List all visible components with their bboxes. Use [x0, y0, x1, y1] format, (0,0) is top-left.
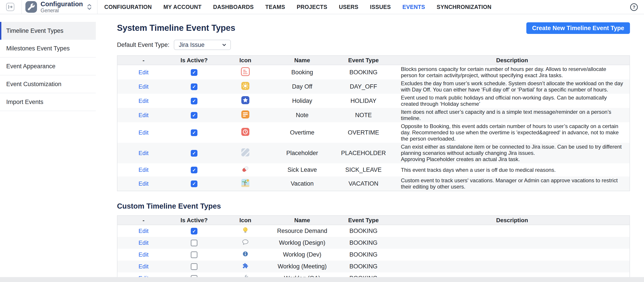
edit-link[interactable]: Edit — [138, 239, 149, 246]
edit-link[interactable]: Edit — [138, 112, 149, 118]
topbar-divider — [22, 0, 22, 14]
event-description — [395, 237, 630, 249]
event-type-code: PLACEHOLDER — [332, 143, 395, 163]
event-name: Booking — [272, 65, 332, 79]
svg-text:?: ? — [633, 5, 635, 10]
column-header-is-active: Is Active? — [170, 215, 218, 225]
event-name: Worklog (Design) — [272, 237, 332, 249]
event-name: Sick Leave — [272, 163, 332, 176]
table-row: EditHolidayHOLIDAYEvent used to mark pub… — [117, 94, 630, 108]
is-active-checkbox[interactable] — [191, 251, 198, 258]
holiday-icon — [240, 95, 250, 105]
nav-item-users[interactable]: USERS — [339, 4, 358, 10]
event-name: Worklog (Dev) — [272, 249, 332, 260]
event-type-code: OVERTIME — [332, 122, 395, 143]
event-type-code: BOOKING — [332, 237, 395, 249]
sidebar: Timeline Event TypesMilestones Event Typ… — [0, 14, 96, 277]
top-navigation-bar: Configuration General CONFIGURATIONMY AC… — [0, 0, 644, 14]
event-type-code: VACATION — [332, 176, 395, 191]
edit-link[interactable]: Edit — [138, 150, 149, 156]
edit-link[interactable]: Edit — [138, 251, 149, 258]
event-description: Blocks persons capacity for certain numb… — [395, 65, 630, 79]
create-new-timeline-event-type-button[interactable]: Create New Timeline Event Type — [526, 22, 630, 34]
nav-item-teams[interactable]: TEAMS — [265, 4, 285, 10]
sidebar-item-event-appearance[interactable]: Event Appearance — [0, 58, 96, 75]
sidebar-item-import-events[interactable]: Import Events — [0, 93, 96, 111]
is-active-checkbox[interactable] — [191, 228, 198, 234]
event-name: Resource Demand — [272, 225, 332, 237]
help-icon[interactable]: ? — [630, 3, 638, 11]
is-active-checkbox[interactable] — [191, 129, 198, 136]
app-subtitle: General — [40, 8, 83, 13]
edit-link[interactable]: Edit — [138, 69, 149, 76]
event-type-code: SICK_LEAVE — [332, 163, 395, 176]
edit-link[interactable]: Edit — [138, 83, 149, 90]
sidebar-item-timeline-event-types[interactable]: Timeline Event Types — [0, 22, 96, 40]
nav-item-issues[interactable]: ISSUES — [370, 4, 391, 10]
is-active-checkbox[interactable] — [191, 150, 198, 157]
edit-link[interactable]: Edit — [138, 129, 149, 136]
sidebar-item-milestones-event-types[interactable]: Milestones Event Types — [0, 40, 96, 58]
nav-item-events[interactable]: EVENTS — [402, 4, 425, 10]
column-header-dash: - — [117, 56, 170, 65]
puzzle-icon — [241, 262, 249, 270]
is-active-checkbox[interactable] — [191, 180, 198, 187]
column-header-name: Name — [272, 215, 332, 225]
table-row: EditWorklog (Design)BOOKING — [117, 237, 630, 249]
column-header-icon: Icon — [218, 56, 272, 65]
main-content: System Timeline Event Types Create New T… — [96, 14, 644, 277]
collapse-sidebar-icon[interactable] — [6, 3, 15, 11]
table-row: EditVacationVACATIONCustom event to trac… — [117, 176, 630, 191]
event-type-code: BOOKING — [332, 260, 395, 272]
event-type-code: HOLIDAY — [332, 94, 395, 108]
table-row: EditWorklog (Dev)BOOKING — [117, 249, 630, 260]
edit-link[interactable]: Edit — [138, 227, 149, 234]
is-active-checkbox[interactable] — [191, 112, 198, 119]
nav-item-my-account[interactable]: MY ACCOUNT — [163, 4, 202, 10]
event-description: Event used to mark public holidays and o… — [395, 94, 630, 108]
edit-link[interactable]: Edit — [138, 263, 149, 270]
default-event-type-select[interactable]: Jira Issue — [174, 40, 231, 50]
event-name: Overtime — [272, 122, 332, 143]
sidebar-item-event-customization[interactable]: Event Customization — [0, 75, 96, 93]
column-header-event-type: Event Type — [332, 56, 395, 65]
nav-item-projects[interactable]: PROJECTS — [296, 4, 327, 10]
edit-link[interactable]: Edit — [138, 98, 149, 104]
app-switcher[interactable]: Configuration General — [26, 1, 92, 13]
table-row: EditOvertimeOVERTIMEOpposite to Booking,… — [117, 122, 630, 143]
nav-item-configuration[interactable]: CONFIGURATION — [104, 4, 152, 10]
day-off-icon — [240, 81, 250, 91]
select-value: Jira Issue — [179, 42, 204, 48]
nav-item-synchronization[interactable]: SYNCHRONIZATION — [437, 4, 492, 10]
event-type-code: NOTE — [332, 108, 395, 122]
event-type-code: DAY_OFF — [332, 79, 395, 94]
edit-link[interactable]: Edit — [138, 180, 149, 187]
column-header-event-type: Event Type — [332, 215, 395, 225]
is-active-checkbox[interactable] — [191, 69, 198, 76]
event-type-code: BOOKING — [332, 65, 395, 79]
event-description — [395, 260, 630, 272]
column-header-name: Name — [272, 56, 332, 65]
chevron-updown-icon[interactable] — [86, 3, 92, 11]
vacation-icon — [240, 178, 250, 188]
topbar-divider — [97, 0, 98, 14]
info-icon — [241, 250, 249, 258]
event-description: Excludes the day from user’s work schedu… — [395, 79, 630, 94]
overtime-icon — [240, 127, 250, 137]
is-active-checkbox[interactable] — [191, 240, 198, 246]
app-title: Configuration — [40, 1, 83, 8]
event-type-code: BOOKING — [332, 225, 395, 237]
is-active-checkbox[interactable] — [191, 263, 198, 270]
nav-item-dashboards[interactable]: DASHBOARDS — [213, 4, 254, 10]
is-active-checkbox[interactable] — [191, 167, 198, 173]
event-description: Item does not affect user’s capacity and… — [395, 108, 630, 122]
primary-nav: CONFIGURATIONMY ACCOUNTDASHBOARDSTEAMSPR… — [104, 4, 491, 10]
table-row: EditPlaceholderPLACEHOLDERCan exist eith… — [117, 143, 630, 163]
event-name: Vacation — [272, 176, 332, 191]
table-row: EditWorklog (Meeting)BOOKING — [117, 260, 630, 272]
edit-link[interactable]: Edit — [138, 166, 149, 173]
is-active-checkbox[interactable] — [191, 83, 198, 90]
lightbulb-icon — [241, 226, 249, 234]
is-active-checkbox[interactable] — [191, 98, 198, 104]
column-header-dash: - — [117, 215, 170, 225]
